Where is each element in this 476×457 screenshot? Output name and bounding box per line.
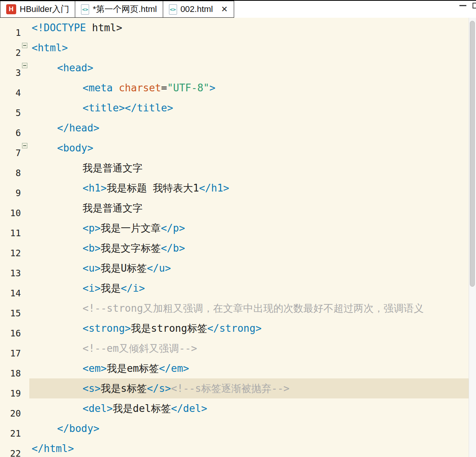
maximize-icon[interactable] bbox=[473, 3, 476, 8]
fold-collapse-icon[interactable] bbox=[22, 43, 27, 48]
token-tag: <meta bbox=[83, 82, 119, 94]
code-line[interactable]: 12<b>我是文字标签</b> bbox=[0, 238, 476, 258]
line-number[interactable]: 8 bbox=[0, 163, 21, 183]
line-number[interactable]: 4 bbox=[0, 83, 21, 103]
fold-slot bbox=[21, 218, 29, 238]
fold-slot bbox=[21, 258, 29, 278]
line-number[interactable]: 9 bbox=[0, 183, 21, 203]
code-content: <!--em又倾斜又强调--> bbox=[29, 338, 476, 358]
token-tag: </body> bbox=[57, 423, 100, 434]
code-line[interactable]: 7<body> bbox=[0, 138, 476, 158]
html-file-icon: <> bbox=[169, 4, 177, 15]
code-line[interactable]: 6</head> bbox=[0, 118, 476, 138]
token-tag: </head> bbox=[57, 122, 100, 134]
code-content: </body> bbox=[29, 418, 476, 439]
token-tag: <del> bbox=[83, 403, 113, 414]
close-icon[interactable]: ✕ bbox=[221, 5, 228, 14]
code-line[interactable]: 17<!--em又倾斜又强调--> bbox=[0, 338, 476, 358]
line-number[interactable]: 10 bbox=[0, 203, 21, 223]
line-number[interactable]: 17 bbox=[0, 343, 21, 363]
vertical-scrollbar[interactable] bbox=[469, 18, 476, 457]
line-number[interactable]: 16 bbox=[0, 323, 21, 343]
line-number[interactable]: 6 bbox=[0, 123, 21, 143]
code-line[interactable]: 2<html> bbox=[0, 38, 476, 58]
token-plain: 我是文字标签 bbox=[101, 242, 161, 254]
code-content: <u>我是U标签</u> bbox=[29, 258, 476, 278]
fold-collapse-icon[interactable] bbox=[22, 143, 27, 148]
code-line[interactable]: 1<!DOCTYPE html> bbox=[0, 18, 476, 38]
token-tag: <s> bbox=[83, 383, 101, 394]
editor-tab[interactable]: HHBuilder入门 bbox=[0, 1, 75, 18]
line-number[interactable]: 15 bbox=[0, 303, 21, 323]
code-line[interactable]: 18<em>我是em标签</em> bbox=[0, 358, 476, 378]
code-line[interactable]: 8我是普通文字 bbox=[0, 158, 476, 178]
line-number[interactable]: 19 bbox=[0, 383, 21, 403]
minimize-icon[interactable] bbox=[459, 5, 466, 6]
token-tag: <title></title> bbox=[83, 102, 173, 114]
token-tag: </h1> bbox=[199, 182, 229, 194]
code-line[interactable]: 13<u>我是U标签</u> bbox=[0, 258, 476, 278]
gutter[interactable]: 1 bbox=[0, 18, 29, 38]
token-plain: 我是普通文字 bbox=[83, 162, 143, 174]
code-content: <!--strong又加粗又强调，在文章中出现的次数最好不超过两次，强调语义 bbox=[29, 298, 476, 318]
line-number[interactable]: 5 bbox=[0, 103, 21, 123]
code-line[interactable]: 5<title></title> bbox=[0, 98, 476, 118]
fold-slot bbox=[21, 298, 29, 318]
code-content: <body> bbox=[29, 138, 476, 158]
code-line[interactable]: 19<s>我是s标签</s><!--s标签逐渐被抛弃--> bbox=[0, 378, 476, 398]
token-tag: <html> bbox=[32, 42, 68, 54]
code-content: <strong>我是strong标签</strong> bbox=[29, 318, 476, 338]
code-content: <title></title> bbox=[29, 98, 476, 118]
tab-label: HBuilder入门 bbox=[20, 3, 69, 15]
fold-slot bbox=[21, 78, 29, 98]
code-line[interactable]: 20<del>我是del标签</del> bbox=[0, 398, 476, 418]
code-editor: 1<!DOCTYPE html>2<html>3<head>4<meta cha… bbox=[0, 18, 476, 457]
token-tag: <body> bbox=[57, 142, 93, 154]
line-number[interactable]: 21 bbox=[0, 423, 21, 444]
code-line[interactable]: 11<p>我是一片文章</p> bbox=[0, 218, 476, 238]
editor-tab[interactable]: <>002.html✕ bbox=[163, 1, 234, 18]
code-line[interactable]: 3<head> bbox=[0, 58, 476, 78]
token-tag: </p> bbox=[161, 222, 185, 234]
line-number[interactable]: 18 bbox=[0, 363, 21, 383]
token-tag: </strong> bbox=[207, 323, 262, 334]
line-number[interactable]: 22 bbox=[0, 444, 21, 457]
editor-tab[interactable]: <>*第一个网页.html bbox=[75, 1, 163, 18]
code-content: <html> bbox=[29, 38, 476, 58]
code-line[interactable]: 22</html> bbox=[0, 439, 476, 457]
code-line[interactable]: 15<!--strong又加粗又强调，在文章中出现的次数最好不超过两次，强调语义 bbox=[0, 298, 476, 318]
line-number[interactable]: 11 bbox=[0, 223, 21, 243]
token-tag: <em> bbox=[83, 363, 107, 374]
line-number[interactable]: 20 bbox=[0, 403, 21, 423]
fold-slot bbox=[21, 439, 29, 457]
line-number[interactable]: 12 bbox=[0, 243, 21, 263]
token-plain: 我是 bbox=[101, 282, 121, 294]
code-line[interactable]: 21</body> bbox=[0, 418, 476, 439]
code-line[interactable]: 16<strong>我是strong标签</strong> bbox=[0, 318, 476, 338]
token-comment: <!--em又倾斜又强调--> bbox=[83, 343, 197, 354]
fold-slot bbox=[21, 178, 29, 198]
code-line[interactable]: 9<h1>我是标题 我特表大1</h1> bbox=[0, 178, 476, 198]
code-line[interactable]: 10我是普通文字 bbox=[0, 198, 476, 218]
token-tag: <p> bbox=[83, 222, 101, 234]
line-number[interactable]: 1 bbox=[0, 23, 21, 43]
fold-slot bbox=[21, 418, 29, 439]
token-comment: <!--s标签逐渐被抛弃--> bbox=[171, 383, 289, 394]
scrollbar-thumb[interactable] bbox=[470, 21, 475, 287]
line-number[interactable]: 14 bbox=[0, 283, 21, 303]
code-line[interactable]: 4<meta charset="UTF-8"> bbox=[0, 78, 476, 98]
line-number[interactable]: 3 bbox=[0, 63, 21, 83]
line-number[interactable]: 2 bbox=[0, 43, 21, 63]
code-line[interactable]: 14<i>我是</i> bbox=[0, 278, 476, 298]
tabs-container: HHBuilder入门<>*第一个网页.html<>002.html✕ bbox=[0, 1, 234, 18]
fold-slot bbox=[21, 198, 29, 218]
fold-slot bbox=[21, 338, 29, 358]
line-number[interactable]: 7 bbox=[0, 143, 21, 163]
line-number[interactable]: 13 bbox=[0, 263, 21, 283]
token-plain: html> bbox=[86, 22, 122, 34]
code-content: <p>我是一片文章</p> bbox=[29, 218, 476, 238]
token-plain: 我是s标签 bbox=[101, 383, 147, 394]
fold-collapse-icon[interactable] bbox=[22, 63, 27, 68]
fold-slot bbox=[21, 38, 29, 58]
code-content: <meta charset="UTF-8"> bbox=[29, 78, 476, 98]
